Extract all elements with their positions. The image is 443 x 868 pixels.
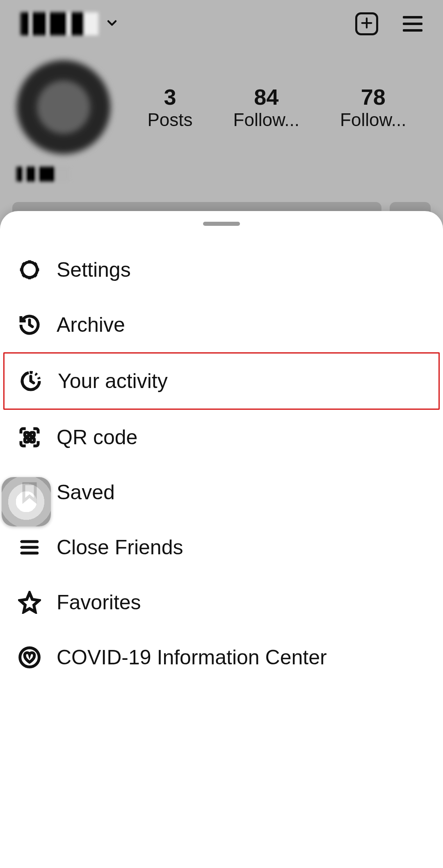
username-switcher[interactable] <box>21 12 119 35</box>
menu-label: Archive <box>57 313 125 337</box>
stat-following[interactable]: 78 Follow... <box>340 84 406 130</box>
menu-item-favorites[interactable]: Favorites <box>0 575 443 630</box>
menu-label: Saved <box>57 480 115 504</box>
menu-item-saved[interactable]: Saved <box>0 465 443 520</box>
profile-header: 3 Posts 84 Follow... 78 Follow... <box>0 39 443 158</box>
stat-following-label: Follow... <box>340 110 406 130</box>
svg-rect-8 <box>30 438 34 442</box>
menu-label: Your activity <box>58 369 168 393</box>
display-name <box>16 167 70 181</box>
stat-followers[interactable]: 84 Follow... <box>233 84 299 130</box>
svg-rect-5 <box>25 432 28 436</box>
menu-label: QR code <box>57 425 137 449</box>
menu-label: COVID-19 Information Center <box>57 645 327 669</box>
qr-code-icon <box>18 426 41 449</box>
menu-label: Favorites <box>57 590 141 614</box>
create-button[interactable] <box>355 12 378 35</box>
menu-button[interactable] <box>403 16 422 32</box>
activity-icon <box>19 370 42 393</box>
top-bar <box>0 0 443 39</box>
menu-item-settings[interactable]: Settings <box>0 242 443 297</box>
svg-point-2 <box>27 267 32 273</box>
stat-posts[interactable]: 3 Posts <box>148 84 193 130</box>
stat-posts-count: 3 <box>148 84 193 110</box>
assistive-touch-button[interactable] <box>2 477 51 526</box>
stat-followers-count: 84 <box>233 84 299 110</box>
menu-item-covid[interactable]: COVID-19 Information Center <box>0 630 443 685</box>
svg-rect-7 <box>25 438 28 442</box>
stat-posts-label: Posts <box>148 110 193 130</box>
menu-label: Close Friends <box>57 535 183 559</box>
chevron-down-icon <box>105 16 119 32</box>
menu-item-archive[interactable]: Archive <box>0 297 443 352</box>
plus-icon <box>360 16 374 32</box>
svg-rect-6 <box>30 432 34 436</box>
menu-label: Settings <box>57 258 131 282</box>
star-icon <box>18 591 41 614</box>
gear-icon <box>18 258 41 281</box>
close-friends-icon <box>18 536 41 559</box>
archive-icon <box>18 313 41 336</box>
stat-following-count: 78 <box>340 84 406 110</box>
avatar[interactable] <box>16 60 111 154</box>
username-text <box>21 12 98 35</box>
menu-item-your-activity[interactable]: Your activity <box>3 352 440 410</box>
bottom-sheet: Settings Archive Your activity QR code S… <box>0 211 443 868</box>
heart-circle-icon <box>18 646 41 669</box>
sheet-grabber[interactable] <box>203 222 240 226</box>
stat-followers-label: Follow... <box>233 110 299 130</box>
menu-item-close-friends[interactable]: Close Friends <box>0 520 443 575</box>
menu-item-qr-code[interactable]: QR code <box>0 410 443 465</box>
